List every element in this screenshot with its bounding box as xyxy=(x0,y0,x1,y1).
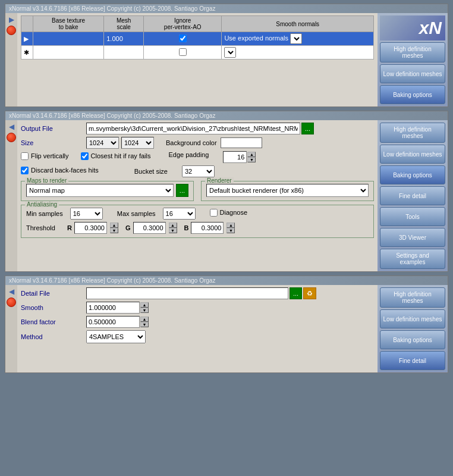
sidebar-btn-low-def-3[interactable]: Low definition meshes xyxy=(380,309,445,328)
smooth-down[interactable]: ▼ xyxy=(140,308,149,313)
table-row[interactable]: ✱ xyxy=(21,46,374,60)
row2-star: ✱ xyxy=(21,46,33,60)
circle-icon-3 xyxy=(7,298,16,307)
threshold-g-down[interactable]: ▼ xyxy=(169,228,177,233)
sidebar-btn-fine-detail-3[interactable]: Fine detail xyxy=(380,351,445,370)
threshold-row: Threshold R ▲ ▼ G ▲ ▼ B xyxy=(26,222,369,234)
detail-file-input[interactable] xyxy=(86,287,288,299)
smooth-up[interactable]: ▲ xyxy=(140,302,149,308)
diagnose-label: Diagnose xyxy=(220,209,247,216)
xn-logo-1: xN xyxy=(380,15,445,40)
bg-color-swatch[interactable] xyxy=(221,137,262,148)
bucket-size-select[interactable]: 32 xyxy=(182,165,215,177)
maps-group: Maps to render Normal map ... xyxy=(21,181,194,201)
row1-ignore-ao[interactable] xyxy=(144,32,222,46)
window1-sidebar: xN High definition meshes Low definition… xyxy=(378,13,448,107)
flip-vert-option[interactable]: Flip vertically xyxy=(21,151,69,161)
threshold-b-down[interactable]: ▼ xyxy=(227,228,235,233)
blend-down[interactable]: ▼ xyxy=(140,322,149,327)
size-height-select[interactable]: 1024 xyxy=(121,137,154,149)
threshold-r-up[interactable]: ▲ xyxy=(110,223,118,228)
diagnose-check[interactable] xyxy=(210,209,218,217)
maps-options-btn[interactable]: ... xyxy=(176,184,188,197)
row2-smooth[interactable] xyxy=(222,46,374,60)
col-empty xyxy=(21,16,33,32)
sidebar-btn-high-def-2[interactable]: High definition meshes xyxy=(380,123,445,143)
sidebar-btn-settings-2[interactable]: Settings and examples xyxy=(380,249,445,269)
size-label: Size xyxy=(21,139,86,146)
table-row[interactable]: ▶ 1.000 Use exported normals xyxy=(21,32,374,46)
sidebar-btn-tools-2[interactable]: Tools xyxy=(380,207,445,226)
sidebar-btn-baking-3[interactable]: Baking options xyxy=(380,330,445,349)
size-width-select[interactable]: 1024 xyxy=(86,137,119,149)
closest-hit-option[interactable]: Closest hit if ray fails xyxy=(81,151,151,161)
threshold-r-down[interactable]: ▼ xyxy=(110,228,118,233)
col-base-texture: Base textureto bake xyxy=(33,16,104,32)
closest-hit-check[interactable] xyxy=(81,152,89,160)
window1-titlebar: xNormal v3.14.6.7186 [x86 Release] Copyr… xyxy=(5,4,448,13)
output-file-label: Output File xyxy=(21,125,86,132)
discard-back-option[interactable]: Discard back-faces hits xyxy=(21,167,99,174)
row2-ignore-ao[interactable] xyxy=(144,46,222,60)
r-label: R xyxy=(67,224,72,231)
threshold-r-input[interactable] xyxy=(74,222,107,234)
sidebar-btn-baking-1[interactable]: Baking options xyxy=(380,85,445,104)
min-samples-select[interactable]: 16 xyxy=(70,208,103,220)
method-select[interactable]: 4SAMPLES 2SAMPLES 1SAMPLE xyxy=(86,330,146,343)
size-row: Size 1024 1024 Background color xyxy=(21,137,374,149)
smooth-input[interactable] xyxy=(86,302,140,314)
edge-padding-spinbox: ▲ ▼ xyxy=(223,151,256,163)
window3: xNormal v3.14.6.7186 [x86 Release] Copyr… xyxy=(5,275,448,373)
max-samples-select[interactable]: 16 xyxy=(163,208,196,220)
window3-title: xNormal v3.14.6.7186 [x86 Release] Copyr… xyxy=(9,277,215,284)
window3-sidebar: High definition meshes Low definition me… xyxy=(378,285,448,372)
window2-sidebar: High definition meshes Low definition me… xyxy=(378,120,448,271)
aa-group-label: Antialiasing xyxy=(25,201,59,208)
renderer-dropdown[interactable]: Default bucket renderer (for x86) xyxy=(206,184,369,197)
sidebar-btn-low-def-1[interactable]: Low definition meshes xyxy=(380,64,445,83)
sidebar-btn-high-def-1[interactable]: High definition meshes xyxy=(380,42,445,62)
renderer-group: Renderer Default bucket renderer (for x8… xyxy=(201,181,374,201)
flip-vert-check[interactable] xyxy=(21,152,29,160)
col-ignore-ao: Ignoreper-vertex-AO xyxy=(144,16,222,32)
options-row1: Flip vertically Closest hit if ray fails… xyxy=(21,151,374,163)
sidebar-btn-3d-viewer-2[interactable]: 3D Viewer xyxy=(380,228,445,247)
window3-content: Detail File ... ♻ Smooth ▲ ▼ Blend facto… xyxy=(17,285,378,372)
aa-group: Antialiasing Min samples 16 Max samples … xyxy=(21,205,374,238)
discard-back-check[interactable] xyxy=(21,167,29,174)
threshold-b-up[interactable]: ▲ xyxy=(227,223,235,228)
edge-padding-label: Edge padding xyxy=(168,151,209,163)
window3-titlebar: xNormal v3.14.6.7186 [x86 Release] Copyr… xyxy=(5,276,448,285)
detail-file-row: Detail File ... ♻ xyxy=(21,287,374,299)
sidebar-btn-baking-2[interactable]: Baking options xyxy=(380,165,445,184)
threshold-g-up[interactable]: ▲ xyxy=(169,223,177,228)
row1-smooth[interactable]: Use exported normals xyxy=(222,32,374,46)
window2: xNormal v3.14.6.7186 [x86 Release] Copyr… xyxy=(5,111,448,272)
window2-titlebar: xNormal v3.14.6.7186 [x86 Release] Copyr… xyxy=(5,111,448,120)
edge-padding-down[interactable]: ▼ xyxy=(247,157,256,162)
threshold-g-input[interactable] xyxy=(133,222,166,234)
sidebar-btn-high-def-3[interactable]: High definition meshes xyxy=(380,287,445,308)
sidebar-btn-fine-detail-2[interactable]: Fine detail xyxy=(380,186,445,205)
maps-dropdown[interactable]: Normal map xyxy=(26,184,174,197)
method-row: Method 4SAMPLES 2SAMPLES 1SAMPLE xyxy=(21,330,374,343)
edge-padding-input[interactable] xyxy=(223,151,247,163)
threshold-b-input[interactable] xyxy=(191,222,224,234)
browse-output-btn[interactable]: ... xyxy=(301,123,314,134)
window3-body: ◀ Detail File ... ♻ Smooth ▲ ▼ xyxy=(5,285,448,372)
edge-padding-spin-buttons: ▲ ▼ xyxy=(247,152,256,162)
diagnose-option[interactable]: Diagnose xyxy=(210,209,247,217)
method-label: Method xyxy=(21,333,86,340)
browse-detail-btn[interactable]: ... xyxy=(290,287,302,299)
blend-up[interactable]: ▲ xyxy=(140,317,149,322)
max-samples-label: Max samples xyxy=(117,210,156,217)
mesh-table: Base textureto bake Meshscale Ignoreper-… xyxy=(21,15,374,60)
refresh-detail-btn[interactable]: ♻ xyxy=(303,287,316,299)
arrow-left-icon-3: ◀ xyxy=(9,287,14,296)
edge-padding-up[interactable]: ▲ xyxy=(247,152,256,157)
col-smooth-normals: Smooth normals xyxy=(222,16,374,32)
sidebar-btn-low-def-2[interactable]: Low definition meshes xyxy=(380,145,445,164)
output-file-input[interactable] xyxy=(86,123,300,134)
arrow-right-icon: ▶ xyxy=(9,15,14,24)
blend-input[interactable] xyxy=(86,316,140,328)
